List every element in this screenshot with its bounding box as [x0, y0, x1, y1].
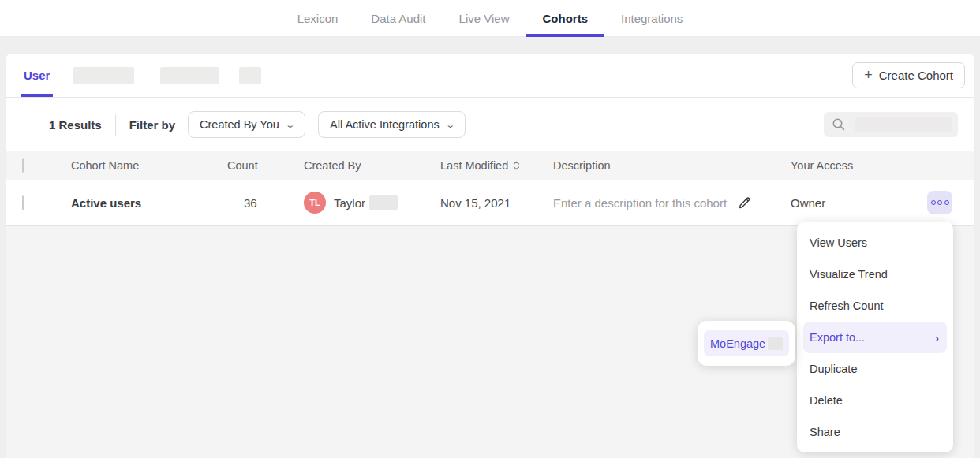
edit-pencil-icon[interactable]	[738, 195, 752, 210]
menu-item-duplicate[interactable]: Duplicate	[797, 353, 953, 385]
redacted-creator-surname	[369, 195, 398, 210]
created-by-cell: TL Taylor	[304, 192, 440, 214]
divider	[115, 114, 116, 136]
nav-tab-data-audit[interactable]: Data Audit	[354, 0, 442, 36]
select-all-checkbox[interactable]	[22, 158, 24, 173]
redacted-tab[interactable]	[160, 67, 219, 84]
header-count[interactable]: Count	[227, 159, 304, 172]
count-cell: 36	[227, 196, 304, 210]
submenu-item-moengage[interactable]: MoEngage	[704, 330, 789, 356]
menu-item-visualize-trend[interactable]: Visualize Trend	[797, 259, 953, 290]
avatar: TL	[304, 192, 326, 214]
create-cohort-button[interactable]: + Create Cohort	[852, 62, 965, 88]
cohort-type-tabs: User + Create Cohort	[6, 54, 974, 98]
kebab-icon	[931, 200, 936, 205]
table-header-row: Cohort Name Count Created By Last Modifi…	[6, 151, 974, 180]
tab-user[interactable]: User	[22, 54, 51, 97]
create-cohort-label: Create Cohort	[879, 69, 953, 82]
header-last-modified[interactable]: Last Modified	[440, 159, 508, 172]
sort-icon[interactable]	[513, 161, 520, 170]
menu-item-delete[interactable]: Delete	[797, 385, 953, 416]
table-row[interactable]: Active users 36 TL Taylor Nov 15, 2021 E…	[6, 180, 974, 226]
results-count: 1 Results	[49, 118, 102, 132]
nav-tab-integrations[interactable]: Integrations	[604, 0, 699, 36]
row-checkbox[interactable]	[22, 195, 24, 210]
access-value: Owner	[791, 196, 825, 210]
search-icon	[832, 117, 846, 132]
header-cohort-name[interactable]: Cohort Name	[71, 159, 227, 172]
menu-item-view-users[interactable]: View Users	[797, 227, 953, 259]
search-input[interactable]	[824, 112, 958, 137]
row-actions-menu: View Users Visualize Trend Refresh Count…	[797, 222, 953, 452]
moengage-label: MoEngage	[710, 337, 765, 350]
kebab-icon	[937, 200, 942, 205]
chevron-right-icon: ›	[935, 331, 939, 344]
cohort-name-cell[interactable]: Active users	[71, 196, 227, 210]
nav-tab-cohorts[interactable]: Cohorts	[526, 0, 604, 36]
header-your-access: Your Access	[791, 159, 974, 172]
plus-icon: +	[864, 68, 873, 82]
redacted-text	[768, 337, 783, 350]
redacted-tab[interactable]	[239, 67, 261, 84]
created-by-filter-value: Created By You	[200, 118, 279, 131]
export-to-label: Export to...	[810, 331, 865, 344]
header-created-by[interactable]: Created By	[304, 159, 440, 172]
nav-tab-lexicon[interactable]: Lexicon	[281, 0, 355, 36]
export-submenu: MoEngage	[698, 321, 795, 366]
row-actions-kebab-button[interactable]	[927, 191, 952, 214]
description-input[interactable]: Enter a description for this cohort	[553, 196, 727, 210]
menu-item-refresh-count[interactable]: Refresh Count	[797, 290, 953, 322]
kebab-icon	[944, 200, 949, 205]
created-by-filter-dropdown[interactable]: Created By You ⌄	[188, 111, 305, 138]
header-description: Description	[553, 159, 791, 172]
filter-by-label: Filter by	[129, 118, 175, 132]
redacted-tab[interactable]	[73, 67, 134, 84]
menu-item-export-to[interactable]: Export to... ›	[803, 322, 947, 353]
menu-item-share[interactable]: Share	[797, 416, 953, 448]
chevron-down-icon: ⌄	[285, 120, 295, 130]
creator-name: Taylor	[334, 196, 365, 210]
last-modified-cell: Nov 15, 2021	[440, 196, 553, 210]
filter-bar: 1 Results Filter by Created By You ⌄ All…	[6, 98, 974, 151]
redacted-search-text	[855, 117, 952, 132]
integrations-filter-dropdown[interactable]: All Active Integrations ⌄	[318, 111, 466, 138]
integrations-filter-value: All Active Integrations	[330, 118, 440, 131]
last-modified-value: Nov 15, 2021	[440, 196, 511, 210]
top-navigation: Lexicon Data Audit Live View Cohorts Int…	[0, 0, 980, 37]
chevron-down-icon: ⌄	[445, 120, 455, 130]
nav-tab-live-view[interactable]: Live View	[443, 0, 526, 36]
